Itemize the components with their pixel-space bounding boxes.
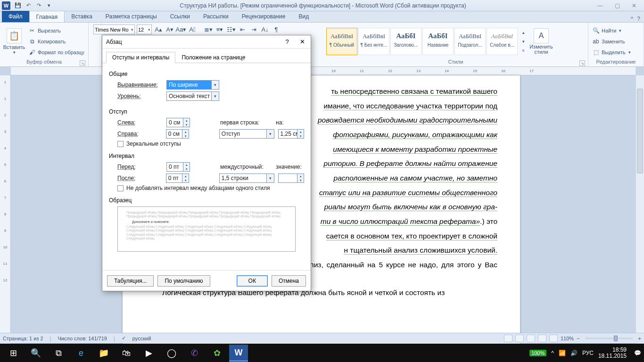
decrease-indent-icon[interactable]: ⇤ (238, 25, 247, 34)
view-print-icon[interactable] (504, 335, 512, 342)
outline-level-combo[interactable]: Основной текст▾ (166, 91, 219, 101)
clock[interactable]: 18:59 18.11.2015 (598, 347, 629, 359)
zoom-slider[interactable] (586, 337, 633, 339)
numbering-icon[interactable]: ≡▾ (215, 25, 224, 34)
store-icon[interactable]: 🛍 (116, 345, 137, 362)
sort-icon[interactable]: A↓ (260, 25, 270, 34)
style-title[interactable]: АаБбІНазвание (422, 28, 454, 55)
notifications-icon[interactable]: 💬 (634, 350, 641, 356)
tab-line-breaks[interactable]: Положение на странице (175, 52, 251, 63)
select-button[interactable]: ⬚Выделить▾ (591, 47, 632, 57)
style-heading[interactable]: АаБбІЗаголово... (390, 28, 421, 55)
cancel-button[interactable]: Отмена (272, 275, 306, 287)
word-taskbar-icon[interactable]: W (229, 345, 248, 362)
styles-scroll-up-icon[interactable]: ▴ (519, 28, 528, 37)
zoom-percent[interactable]: 110% (561, 336, 574, 341)
pilcrow-icon[interactable]: ¶ (272, 25, 281, 34)
minimize-ribbon-icon[interactable]: ^ (631, 16, 634, 22)
tab-indents-spacing[interactable]: Отступы и интервалы (106, 52, 175, 63)
vertical-scrollbar[interactable] (636, 75, 644, 352)
tab-file[interactable]: Файл (2, 11, 29, 22)
ok-button[interactable]: ОК (237, 275, 268, 287)
status-language[interactable]: русский (132, 336, 151, 341)
font-name-combo[interactable]: Times New Ro▾ (93, 25, 135, 34)
linespacing-at-spinner[interactable]: ▴▾ (278, 173, 304, 183)
tray-chevron-icon[interactable]: ^ (551, 350, 554, 356)
shrink-font-icon[interactable]: A▾ (165, 25, 174, 34)
tab-insert[interactable]: Вставка (65, 11, 99, 22)
task-view-icon[interactable]: ⧉ (48, 345, 69, 362)
zoom-out-icon[interactable]: − (577, 336, 579, 341)
font-size-combo[interactable]: 12▾ (137, 25, 152, 34)
styles-launcher-icon[interactable]: ↘ (579, 60, 585, 66)
firstline-by-spinner[interactable]: 1,25 см▴▾ (278, 129, 304, 139)
tab-home[interactable]: Главная (29, 11, 65, 22)
mirror-indents-checkbox[interactable]: Зеркальные отступы (117, 140, 304, 147)
multilevel-icon[interactable]: ☷▾ (226, 25, 236, 34)
firstline-combo[interactable]: Отступ▾ (219, 129, 274, 139)
tab-references[interactable]: Ссылки (164, 11, 197, 22)
no-space-same-style-checkbox[interactable]: Не добавлять интервал между абзацами одн… (117, 185, 304, 191)
tab-view[interactable]: Вид (292, 11, 315, 22)
dialog-close-icon[interactable]: ✕ (297, 37, 307, 47)
redo-icon[interactable]: ↷ (34, 1, 43, 10)
styles-scroll-down-icon[interactable]: ▾ (519, 37, 528, 46)
view-read-icon[interactable] (515, 335, 524, 342)
maximize-button[interactable]: ▢ (609, 1, 625, 10)
explorer-icon[interactable]: 📁 (93, 345, 114, 362)
chrome-icon[interactable]: ◯ (161, 345, 182, 362)
space-after-spinner[interactable]: 0 пт▴▾ (166, 173, 190, 183)
dialog-titlebar[interactable]: Абзац ? ✕ (102, 35, 311, 49)
save-icon[interactable]: 💾 (13, 1, 23, 10)
minimize-button[interactable]: — (592, 1, 608, 10)
scrollbar-thumb[interactable] (637, 89, 643, 173)
proofing-icon[interactable]: ✓ (122, 335, 126, 341)
indent-right-spinner[interactable]: 0 см▴▾ (166, 129, 190, 139)
increase-indent-icon[interactable]: ⇥ (249, 25, 258, 34)
start-button[interactable]: ⊞ (3, 345, 24, 362)
media-icon[interactable]: ▶ (139, 345, 159, 362)
set-default-button[interactable]: По умолчанию (157, 275, 210, 287)
wifi-icon[interactable]: 📶 (559, 350, 566, 356)
input-language[interactable]: РУС (582, 350, 594, 356)
zoom-in-icon[interactable]: + (638, 336, 641, 341)
format-painter-button[interactable]: 🖌Формат по образцу (27, 47, 85, 57)
find-button[interactable]: 🔍Найти▾ (591, 25, 632, 35)
battery-indicator[interactable]: 100% (529, 350, 546, 356)
edge-icon[interactable]: e (71, 345, 91, 362)
search-icon[interactable]: 🔍 (25, 345, 46, 362)
indent-left-spinner[interactable]: 0 см▴▾ (166, 118, 190, 127)
zoom-handle[interactable] (614, 336, 618, 341)
app-icon[interactable]: W (2, 1, 10, 10)
volume-icon[interactable]: 🔊 (570, 350, 578, 356)
styles-gallery[interactable]: АаБбВвІ¶ Обычный АаБбВвІ¶ Без инте... Аа… (326, 28, 525, 55)
view-web-icon[interactable] (527, 335, 535, 342)
icq-icon[interactable]: ✿ (206, 345, 227, 362)
space-before-spinner[interactable]: 0 пт▴▾ (166, 162, 190, 172)
tab-review[interactable]: Рецензирование (235, 11, 292, 22)
paste-button[interactable]: 📋 Вставить ▾ (3, 25, 25, 58)
linespacing-combo[interactable]: 1,5 строки▾ (219, 173, 274, 183)
styles-more-icon[interactable]: ≡ (519, 46, 528, 55)
bullets-icon[interactable]: ≣▾ (204, 25, 213, 34)
style-subtle[interactable]: АаБбВвІСлабое в... (487, 28, 518, 55)
change-styles-button[interactable]: A Изменить стили (527, 25, 555, 58)
change-case-icon[interactable]: Aa▾ (176, 25, 186, 34)
tabs-button[interactable]: Табуляция... (107, 275, 154, 287)
copy-button[interactable]: ⧉Копировать (27, 36, 85, 46)
style-normal[interactable]: АаБбВвІ¶ Обычный (326, 28, 357, 55)
replace-button[interactable]: abЗаменить (591, 36, 632, 46)
undo-icon[interactable]: ↶ (24, 1, 33, 10)
style-subtitle[interactable]: АаБбВвІПодзагол... (454, 28, 486, 55)
status-words[interactable]: Число слов: 141/719 (58, 336, 107, 341)
vertical-ruler[interactable]: 1123456789101112 (0, 75, 11, 352)
style-nospacing[interactable]: АаБбВвІ¶ Без инте... (358, 28, 389, 55)
qat-more-icon[interactable]: ▾ (44, 1, 54, 10)
tab-layout[interactable]: Разметка страницы (99, 11, 164, 22)
close-button[interactable]: ✕ (626, 1, 642, 10)
dialog-help-icon[interactable]: ? (282, 37, 292, 47)
status-page[interactable]: Страница: 1 из 2 (3, 336, 43, 341)
viber-icon[interactable]: ✆ (184, 345, 205, 362)
clear-format-icon[interactable]: A⃠ (188, 25, 197, 34)
view-outline-icon[interactable] (538, 335, 546, 342)
